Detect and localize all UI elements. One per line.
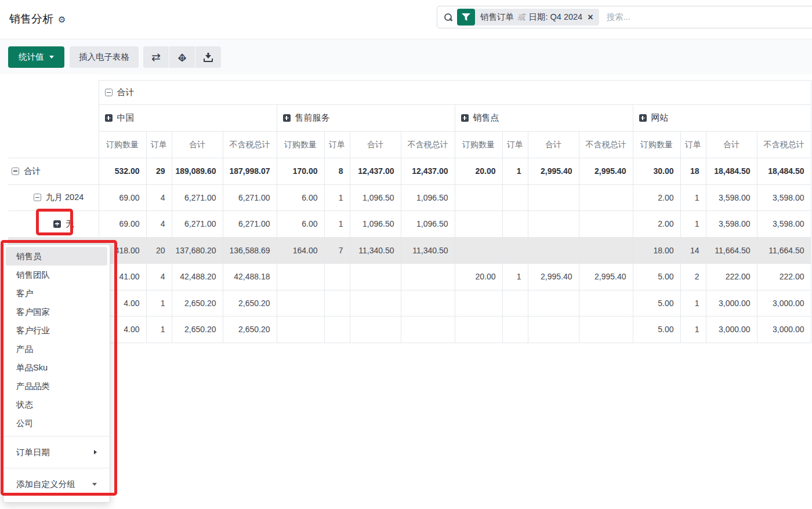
pivot-row-header[interactable]: 无 [8,211,99,238]
search-input[interactable]: 搜索... [607,12,630,23]
facet-date-label: 日期: Q4 2024 [529,12,583,23]
pivot-cell: 5.00 [633,290,680,317]
collapse-minus-icon[interactable] [12,168,19,175]
add-custom-group-item[interactable]: 添加自定义分组 [6,472,107,496]
expand-plus-icon[interactable] [461,114,469,122]
pivot-cell: 1 [680,184,706,211]
pivot-cell: 1,096.50 [350,211,401,238]
pivot-cell: 29 [146,158,172,185]
pivot-cell: 2.00 [633,211,680,238]
pivot-cell [579,184,633,211]
pivot-cell: 136,588.69 [223,237,277,264]
title-wrap: 销售分析 ⚙ [9,12,66,27]
pivot-cell [401,317,455,343]
pivot-measure-header[interactable]: 不含税总计 [401,132,455,158]
insert-spreadsheet-button[interactable]: 插入电子表格 [70,46,139,68]
facet-close-icon[interactable]: × [588,13,593,22]
search-icon [444,13,452,21]
measures-button[interactable]: 统计值 [8,46,64,68]
filter-facet[interactable]: 销售订单 或 日期: Q4 2024 × [457,9,599,26]
pivot-cell [528,237,579,264]
collapse-minus-icon[interactable] [105,89,113,96]
pivot-measure-header[interactable]: 合计 [172,132,223,158]
pivot-col-group-header[interactable]: 中国 [99,105,277,132]
pivot-measure-header[interactable]: 不含税总计 [757,132,811,158]
pivot-row-header[interactable]: 合计 [8,158,99,185]
pivot-cell: 2,995.40 [579,264,633,290]
pivot-cell: 222.00 [706,264,757,290]
search-bar[interactable]: 销售订单 或 日期: Q4 2024 × 搜索... [437,6,812,28]
groupby-menu-item[interactable]: 单品Sku [6,358,107,377]
groupby-menu-item[interactable]: 客户行业 [6,321,107,340]
table-row: 41.00442,488.2042,488.1820.0012,995.402,… [8,264,811,290]
table-row: 无69.0046,271.006,271.006.0011,096.501,09… [8,211,811,238]
pivot-cell: 4 [146,264,172,290]
pivot-cell: 1,096.50 [401,211,455,238]
pivot-measure-header[interactable]: 合计 [706,132,757,158]
pivot-cell: 69.00 [99,184,146,211]
table-row: 合计532.0029189,089.60187,998.07170.00812,… [8,158,811,185]
groupby-menu-item-order-date[interactable]: 订单日期 [6,440,107,464]
pivot-measure-header[interactable]: 订单 [502,132,528,158]
pivot-cell [579,317,633,343]
pivot-col-group-header[interactable]: 售前服务 [277,105,455,132]
pivot-cell: 20.00 [455,158,502,185]
pivot-cell: 3,598.00 [706,184,757,211]
pivot-measure-header[interactable]: 不含税总计 [579,132,633,158]
pivot-cell [277,290,324,317]
pivot-cell: 2,650.20 [172,290,223,317]
pivot-cell: 1 [680,290,706,317]
table-row: 4.0012,650.202,650.205.0013,000.003,000.… [8,290,811,317]
pivot-measure-header[interactable]: 不含税总计 [223,132,277,158]
pivot-cell: 3,000.00 [706,290,757,317]
pivot-cell: 3,598.00 [757,184,811,211]
pivot-cell [528,211,579,238]
pivot-table-wrap: 合计中国售前服务销售点网站订购数量订单合计不含税总计订购数量订单合计不含税总计订… [8,80,811,343]
pivot-table: 合计中国售前服务销售点网站订购数量订单合计不含税总计订购数量订单合计不含税总计订… [8,80,811,343]
pivot-measure-header[interactable]: 合计 [350,132,401,158]
pivot-cell: 42,488.18 [223,264,277,290]
pivot-measure-header[interactable]: 订购数量 [277,132,324,158]
pivot-row-header[interactable]: 九月 2024 [8,184,99,211]
pivot-measure-header[interactable]: 订单 [680,132,706,158]
groupby-menu-item[interactable]: 公司 [6,414,107,432]
pivot-cell [502,184,528,211]
pivot-measure-header[interactable]: 订单 [324,132,350,158]
download-icon [204,52,213,62]
pivot-cell: 11,340.50 [401,237,455,264]
gear-icon[interactable]: ⚙ [58,15,66,24]
expand-plus-icon[interactable] [283,114,291,122]
chevron-down-icon [92,483,97,486]
groupby-menu-item[interactable]: 销售团队 [6,266,107,284]
pivot-cell: 18 [680,158,706,185]
pivot-cell: 1,096.50 [350,184,401,211]
collapse-minus-icon[interactable] [34,194,41,201]
pivot-col-group-header[interactable]: 销售点 [455,105,633,132]
groupby-menu-item[interactable]: 产品品类 [6,377,107,395]
pivot-col-header-total[interactable]: 合计 [99,81,811,105]
pivot-measure-header[interactable]: 订单 [146,132,172,158]
pivot-measure-header[interactable]: 订购数量 [455,132,502,158]
pivot-col-group-header[interactable]: 网站 [633,105,811,132]
pivot-measure-header[interactable]: 合计 [528,132,579,158]
expand-plus-icon[interactable] [53,220,61,228]
pivot-cell: 3,000.00 [706,317,757,343]
groupby-menu-item[interactable]: 销售员 [6,247,107,266]
pivot-measure-header[interactable]: 订购数量 [633,132,680,158]
expand-all-button[interactable] [169,46,195,68]
groupby-menu-item[interactable]: 客户国家 [6,303,107,321]
groupby-menu-item[interactable]: 产品 [6,340,107,358]
groupby-menu-item[interactable]: 状态 [6,395,107,414]
expand-plus-icon[interactable] [639,114,647,122]
expand-plus-icon[interactable] [105,114,113,122]
pivot-cell: 187,998.07 [223,158,277,185]
pivot-cell: 1,096.50 [401,184,455,211]
groupby-menu-item[interactable]: 客户 [6,284,107,303]
pivot-cell: 6,271.00 [223,184,277,211]
pivot-cell: 1 [146,290,172,317]
pivot-measure-header[interactable]: 订购数量 [99,132,146,158]
download-button[interactable] [195,46,221,68]
pivot-cell [528,290,579,317]
flip-axis-button[interactable]: ⇄ [143,46,169,68]
menu-separator [3,468,110,468]
